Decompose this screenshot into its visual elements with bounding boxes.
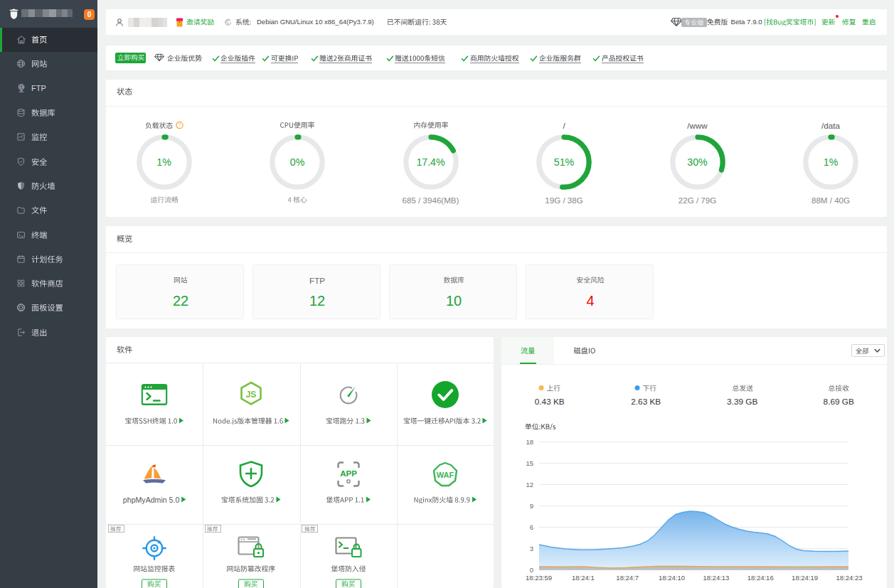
svg-text:WAF: WAF <box>437 470 454 479</box>
svg-text:18:24:1: 18:24:1 <box>572 573 595 581</box>
svg-text:18:24:16: 18:24:16 <box>747 573 774 581</box>
svg-text:12: 12 <box>526 481 533 488</box>
svg-text:18:24:13: 18:24:13 <box>703 573 729 581</box>
svg-text:18:23:59: 18:23:59 <box>526 573 552 581</box>
svg-text:18: 18 <box>526 438 533 446</box>
svg-text:0: 0 <box>530 566 533 574</box>
svg-text:9: 9 <box>530 502 533 510</box>
svg-text:?: ? <box>178 122 181 127</box>
svg-text:6: 6 <box>530 523 533 531</box>
svg-text:18:24:19: 18:24:19 <box>792 573 818 581</box>
svg-text:18:24:23: 18:24:23 <box>836 573 863 581</box>
svg-text:18:24:10: 18:24:10 <box>659 573 685 581</box>
svg-text:18:24:7: 18:24:7 <box>616 573 639 581</box>
svg-text:15: 15 <box>526 459 533 467</box>
svg-text:APP: APP <box>340 469 357 478</box>
svg-text:JS: JS <box>246 390 257 400</box>
svg-text:3: 3 <box>530 545 533 552</box>
